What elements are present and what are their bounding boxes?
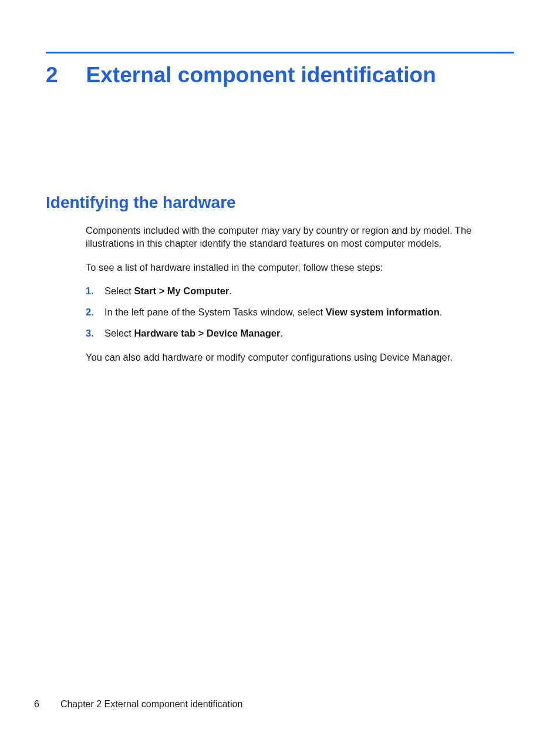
step-number: 3. [86, 327, 104, 340]
body-content: Components included with the computer ma… [46, 224, 514, 364]
list-item: 1. Select Start > My Computer. [86, 284, 502, 297]
step-list: 1. Select Start > My Computer. 2. In the… [86, 284, 502, 340]
step-bold: Hardware tab > Device Manager [134, 328, 280, 338]
intro-paragraph: Components included with the computer ma… [86, 224, 502, 250]
closing-paragraph: You can also add hardware or modify comp… [86, 351, 502, 364]
step-suffix: . [229, 285, 232, 296]
list-item: 3. Select Hardware tab > Device Manager. [86, 327, 502, 340]
footer-text: Chapter 2 External component identificat… [60, 699, 242, 710]
chapter-heading: 2 External component identification [46, 63, 514, 88]
section-title: Identifying the hardware [46, 193, 514, 212]
step-text: In the left pane of the System Tasks win… [104, 305, 502, 318]
chapter-rule [46, 52, 514, 53]
chapter-title: External component identification [86, 63, 436, 88]
step-suffix: . [440, 307, 443, 317]
step-text: Select Hardware tab > Device Manager. [104, 327, 502, 340]
step-prefix: Select [104, 285, 134, 296]
step-text: Select Start > My Computer. [104, 284, 502, 297]
step-bold: View system information [326, 307, 440, 317]
step-prefix: Select [104, 328, 134, 338]
step-number: 2. [86, 305, 104, 318]
chapter-number: 2 [46, 63, 58, 88]
step-suffix: . [280, 328, 283, 338]
leadin-paragraph: To see a list of hardware installed in t… [86, 261, 502, 274]
page-content: 2 External component identification Iden… [0, 0, 560, 364]
step-prefix: In the left pane of the System Tasks win… [104, 307, 326, 317]
step-number: 1. [86, 284, 104, 297]
step-bold: Start > My Computer [134, 285, 229, 296]
list-item: 2. In the left pane of the System Tasks … [86, 305, 502, 318]
footer-page-number: 6 [34, 699, 39, 710]
page-footer: 6 Chapter 2 External component identific… [34, 699, 242, 710]
